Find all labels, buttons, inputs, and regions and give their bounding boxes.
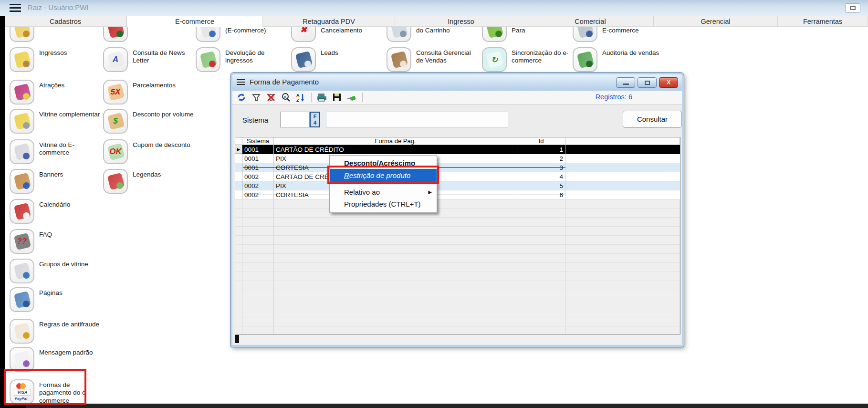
document-icon [196, 27, 220, 42]
payment-grid: SistemaForma de Pag.Id▶0001CARTÃO DE CRÉ… [235, 137, 680, 335]
registros-link[interactable]: Registros: 6 [596, 93, 632, 101]
launcher-item-label: Leads [321, 49, 384, 57]
context-menu-item-propriedades-ctrl-t-[interactable]: Propriedades (CTRL+T) [330, 198, 437, 210]
toolbar-separator [362, 93, 363, 102]
tab-retaguarda-pdv[interactable]: Retaguarda PDV [263, 16, 395, 27]
showcase-complement-icon [10, 109, 34, 134]
grid-hscrollbar[interactable] [235, 335, 680, 344]
grid-empty-row [235, 263, 680, 272]
launcher-item-label: Banners [39, 171, 102, 178]
cancel-icon: ✖ [291, 27, 316, 42]
restore-window-button[interactable] [845, 3, 860, 13]
sistema-input[interactable] [280, 112, 310, 127]
newsletter-icon: A [103, 47, 128, 72]
tab-ferramentas[interactable]: Ferramentas [778, 16, 868, 27]
launcher-item-label: Auditoria de vendas [602, 49, 665, 57]
grid-row-4[interactable]: 0002CARTÃO DE CRÉDITO4 [235, 172, 680, 181]
grid-empty-row [235, 281, 680, 290]
export-icon[interactable] [346, 92, 357, 103]
grid-empty-row [235, 254, 680, 263]
envelope-icon [10, 347, 34, 372]
svg-text:Z: Z [296, 98, 299, 102]
showcase-groups-icon [10, 259, 34, 283]
attractions-icon [10, 80, 34, 105]
toolbar-separator [311, 93, 312, 102]
bottom-strip [26, 404, 868, 408]
tab-gerencial[interactable]: Gerencial [654, 16, 778, 27]
save-icon[interactable] [332, 92, 342, 103]
launcher-item-label: Consulta de News Letter [133, 49, 196, 65]
tab-e-commerce[interactable]: E-commerce [126, 16, 263, 27]
f4-lookup-button[interactable]: F4 [310, 112, 320, 127]
refresh-icon[interactable] [236, 92, 247, 103]
dialog-titlebar[interactable]: Forma de Pagamento X [232, 74, 682, 91]
launcher-item-label: Parcelamentos [133, 82, 196, 89]
launcher-item-label: Vitrine complementar [39, 111, 102, 118]
grid-empty-row [235, 299, 680, 308]
transfer-icon [482, 27, 507, 42]
antifraud-rules-icon [10, 319, 34, 344]
grid-row-2[interactable]: 0001PIX2 [235, 154, 680, 163]
screen: Raiz - Usuário:PWI CadastrosE-commerceRe… [0, 0, 868, 408]
dialog-title: Forma de Pagamento [250, 78, 319, 86]
clear-filter-icon[interactable] [266, 92, 276, 103]
launcher-item-label: Regras de antifraude [39, 321, 102, 328]
sync-icon: ↻ [482, 47, 507, 72]
grid-empty-row [235, 290, 680, 299]
launcher-item-label: Devolução de ingressos [225, 49, 288, 65]
context-menu-item-restrição-de-produto[interactable]: Restrição de produto [330, 169, 437, 182]
launcher-item-label: Formas de pagamento do e-commerce [39, 381, 102, 404]
hscroll-thumb[interactable] [235, 335, 239, 343]
launcher-item-label: Mensagem padrão [39, 349, 102, 356]
flag-icon [103, 27, 128, 42]
menu-icon[interactable] [10, 4, 21, 12]
launcher-item-label: Sincronização do e-commerce [512, 49, 575, 65]
column-header-forma-de-pag-[interactable]: Forma de Pag. [274, 137, 517, 145]
sistema-label: Sistema [242, 116, 268, 124]
column-header-id[interactable]: Id [517, 137, 565, 145]
tab-cadastros[interactable]: Cadastros [5, 16, 126, 27]
calendar-icon [10, 199, 34, 224]
launcher-item-label: FAQ [39, 231, 102, 239]
sort-az-icon[interactable]: AZ [295, 92, 306, 103]
grid-row-1[interactable]: ▶0001CARTÃO DE CRÉDITO1 [235, 145, 680, 154]
zoom-icon[interactable]: n [281, 92, 291, 103]
launcher-item-label: Cancelamento [321, 27, 384, 34]
context-menu-item-desconto-acréscimo[interactable]: Desconto/Acréscimo [330, 157, 437, 169]
grid-empty-row [235, 236, 680, 245]
restore-button[interactable] [638, 77, 657, 88]
grid-header: SistemaForma de Pag.Id [235, 137, 680, 145]
grid-empty-row [235, 199, 680, 209]
print-icon[interactable] [317, 92, 327, 103]
filter-icon[interactable] [251, 92, 261, 103]
bottom-divider [5, 403, 868, 404]
pages-icon [10, 287, 34, 312]
grid-row-6[interactable]: 0002CORTESIA6 [235, 190, 680, 199]
consultar-button[interactable]: Consultar [623, 111, 682, 128]
dialog-menu-icon[interactable] [237, 79, 245, 85]
grid-row-5[interactable]: 0002PIX5 [235, 181, 680, 190]
column-header-sistema[interactable]: Sistema [242, 137, 274, 145]
context-menu-item-relativo-ao[interactable]: Relativo ao▶ [330, 186, 437, 198]
tab-ingresso[interactable]: Ingresso [395, 16, 527, 27]
grid-empty-row [235, 317, 680, 326]
cart-icon [387, 27, 411, 42]
minimize-button[interactable] [616, 77, 635, 88]
launcher-item-label: Páginas [39, 289, 102, 297]
app-title: Raiz - Usuário:PWI [28, 3, 89, 11]
grid-row-3[interactable]: 0001CORTESIA3 [235, 163, 680, 172]
dialog-toolbar: nAZ Registros: 6 [232, 91, 682, 105]
palette-icon [10, 169, 34, 194]
launcher-item-label: Para [512, 27, 575, 34]
grid-empty-row [235, 326, 680, 335]
launcher-item-label: Desconto por volume [133, 111, 196, 118]
launcher-item-label: Atrações [39, 82, 102, 89]
grid-empty-row [235, 218, 680, 227]
folder-icon [10, 27, 34, 42]
sistema-description-field[interactable] [326, 112, 508, 127]
close-button[interactable]: X [659, 77, 678, 88]
filter-panel: Sistema F4 Consultar [232, 105, 682, 137]
tab-comercial[interactable]: Comercial [527, 16, 654, 27]
launcher-item-label: Ingressos [39, 49, 102, 57]
sales-audit-icon [573, 47, 597, 72]
